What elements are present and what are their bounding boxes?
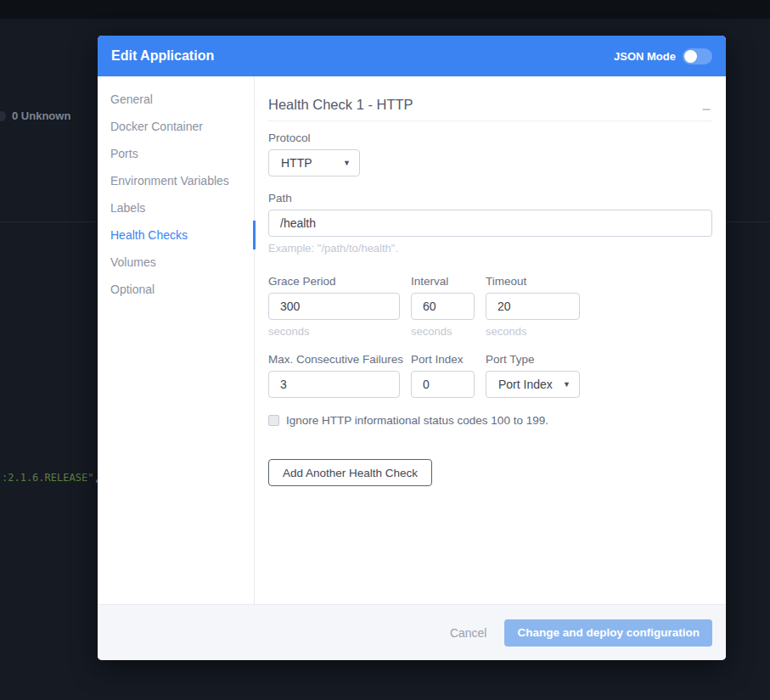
sidebar-item-volumes[interactable]: Volumes (98, 249, 254, 276)
port-type-label: Port Type (486, 353, 580, 366)
timeout-label: Timeout (486, 275, 580, 288)
ignore-http-checkbox[interactable] (268, 415, 279, 426)
section-title: Health Check 1 - HTTP (268, 97, 413, 113)
sidebar-item-optional[interactable]: Optional (98, 276, 254, 303)
collapse-minus-icon[interactable]: – (700, 104, 712, 113)
protocol-value: HTTP (281, 156, 312, 170)
ignore-http-checkbox-row[interactable]: Ignore HTTP informational status codes 1… (268, 414, 712, 427)
edit-application-modal: Edit Application JSON Mode General Docke… (98, 36, 726, 660)
json-mode-label: JSON Mode (614, 50, 676, 63)
timeout-help: seconds (486, 325, 580, 338)
chevron-down-icon: ▼ (563, 380, 570, 389)
grace-period-help: seconds (268, 325, 400, 338)
interval-help: seconds (411, 325, 475, 338)
sidebar-item-ports[interactable]: Ports (98, 140, 254, 167)
port-type-select[interactable]: Port Index ▼ (486, 371, 580, 398)
section-header: Health Check 1 - HTTP – (268, 97, 712, 121)
status-dot-icon (0, 111, 6, 121)
modal-footer: Cancel Change and deploy configuration (98, 604, 726, 660)
protocol-label: Protocol (268, 132, 712, 144)
timing-labels-row: Grace Period Interval Timeout (268, 275, 712, 288)
status-label: 0 Unknown (12, 109, 70, 122)
path-input[interactable] (268, 210, 712, 237)
interval-input[interactable] (411, 293, 475, 320)
port-type-value: Port Index (498, 378, 553, 391)
timeout-input[interactable] (486, 293, 580, 320)
modal-body: General Docker Container Ports Environme… (98, 76, 726, 604)
grace-period-label: Grace Period (268, 275, 400, 288)
chevron-down-icon: ▼ (343, 159, 351, 167)
sidebar-item-environment-variables[interactable]: Environment Variables (98, 167, 254, 194)
toggle-knob (684, 50, 697, 63)
sidebar-item-health-checks[interactable]: Health Checks (98, 221, 254, 249)
port-index-input[interactable] (411, 371, 475, 398)
change-and-deploy-button[interactable]: Change and deploy configuration (504, 619, 712, 647)
code-text: :2.1.6.RELEASE" (2, 472, 93, 484)
background-code-snippet: :2.1.6.RELEASE", (2, 472, 100, 484)
timing-inputs-row (268, 293, 712, 320)
protocol-select[interactable]: HTTP ▼ (268, 149, 360, 176)
json-mode-control: JSON Mode (614, 48, 712, 64)
path-help: Example: "/path/to/health". (268, 242, 712, 255)
ignore-http-label: Ignore HTTP informational status codes 1… (286, 414, 548, 427)
sidebar-item-general[interactable]: General (98, 86, 254, 113)
modal-title: Edit Application (111, 48, 214, 64)
port-index-label: Port Index (411, 353, 475, 366)
sidebar-item-labels[interactable]: Labels (98, 194, 254, 221)
modal-header: Edit Application JSON Mode (98, 36, 726, 76)
interval-label: Interval (411, 275, 475, 288)
port-labels-row: Max. Consecutive Failures Port Index Por… (268, 353, 712, 366)
max-failures-label: Max. Consecutive Failures (268, 353, 400, 366)
path-label: Path (268, 192, 712, 204)
grace-period-input[interactable] (268, 293, 400, 320)
sidebar-item-docker-container[interactable]: Docker Container (98, 113, 254, 140)
cancel-button[interactable]: Cancel (450, 626, 487, 640)
max-failures-input[interactable] (268, 371, 400, 398)
sidebar-item-label: Health Checks (110, 228, 188, 242)
page-top-bar (0, 0, 770, 19)
sidebar: General Docker Container Ports Environme… (98, 76, 255, 604)
status-badge: 0 Unknown (0, 109, 70, 122)
json-mode-toggle[interactable] (683, 48, 712, 64)
health-checks-panel: Health Check 1 - HTTP – Protocol HTTP ▼ … (255, 76, 726, 604)
timing-help-row: seconds seconds seconds (268, 325, 712, 338)
add-health-check-button[interactable]: Add Another Health Check (268, 459, 432, 486)
port-inputs-row: Port Index ▼ (268, 371, 712, 398)
